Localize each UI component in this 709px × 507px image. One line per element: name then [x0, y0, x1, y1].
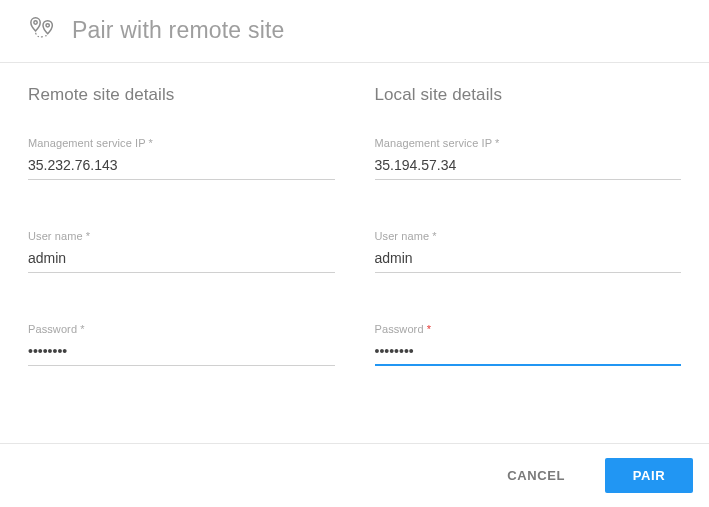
- remote-column: Remote site details Management service I…: [28, 85, 335, 443]
- local-user-input[interactable]: [375, 246, 682, 273]
- local-password-label: Password *: [375, 323, 682, 335]
- remote-user-label: User name *: [28, 230, 335, 242]
- local-ip-input[interactable]: [375, 153, 682, 180]
- remote-password-label: Password *: [28, 323, 335, 335]
- pair-button[interactable]: PAIR: [605, 458, 693, 493]
- pair-dialog: Pair with remote site Remote site detail…: [0, 0, 709, 507]
- dialog-header: Pair with remote site: [0, 0, 709, 63]
- local-section-title: Local site details: [375, 85, 682, 105]
- remote-section-title: Remote site details: [28, 85, 335, 105]
- local-user-label: User name *: [375, 230, 682, 242]
- remote-user-input[interactable]: [28, 246, 335, 273]
- pair-location-icon: [28, 16, 58, 44]
- cancel-button[interactable]: CANCEL: [487, 458, 585, 493]
- dialog-title: Pair with remote site: [72, 17, 285, 44]
- local-ip-label: Management service IP *: [375, 137, 682, 149]
- local-user-field: User name *: [375, 230, 682, 273]
- local-column: Local site details Management service IP…: [375, 85, 682, 443]
- remote-ip-input[interactable]: [28, 153, 335, 180]
- svg-point-1: [46, 24, 49, 27]
- remote-ip-label: Management service IP *: [28, 137, 335, 149]
- local-password-field: Password *: [375, 323, 682, 366]
- dialog-content: Remote site details Management service I…: [0, 63, 709, 443]
- remote-user-field: User name *: [28, 230, 335, 273]
- local-ip-field: Management service IP *: [375, 137, 682, 180]
- remote-password-field: Password *: [28, 323, 335, 366]
- remote-password-input[interactable]: [28, 339, 335, 366]
- remote-ip-field: Management service IP *: [28, 137, 335, 180]
- local-password-input[interactable]: [375, 339, 682, 366]
- dialog-footer: CANCEL PAIR: [0, 443, 709, 507]
